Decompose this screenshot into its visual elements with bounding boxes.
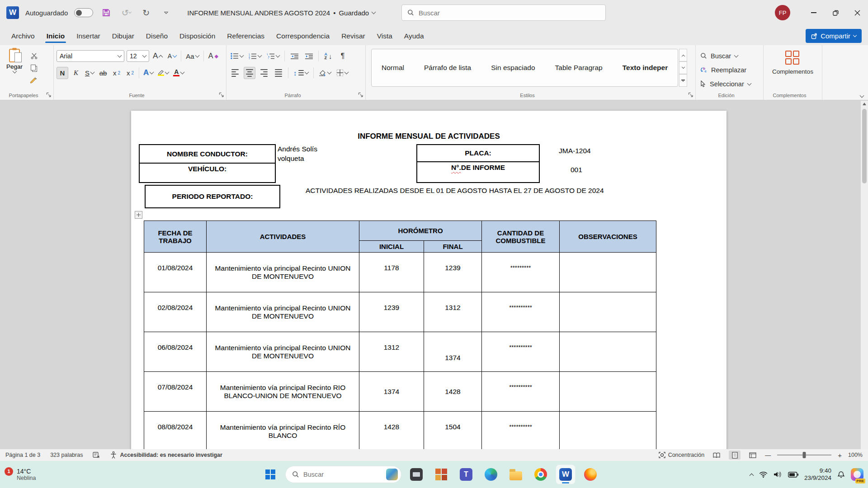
zoom-slider[interactable] bbox=[777, 455, 831, 455]
conductor-vehiculo-table[interactable]: NOMBRE CONDUCTOR: VEHÍCULO: bbox=[139, 144, 276, 183]
taskbar-file-explorer[interactable] bbox=[506, 465, 526, 484]
taskbar-search-input[interactable] bbox=[303, 471, 371, 478]
collapse-ribbon-button[interactable] bbox=[860, 94, 864, 98]
style-sin-espaciado[interactable]: Sin espaciado bbox=[491, 64, 535, 72]
focus-mode-button[interactable]: Concentración bbox=[659, 452, 705, 458]
decrease-indent-button[interactable] bbox=[288, 50, 300, 62]
proofing-errors-icon[interactable] bbox=[93, 451, 100, 459]
show-marks-button[interactable]: ¶ bbox=[337, 50, 349, 62]
customize-toolbar-icon[interactable] bbox=[159, 6, 173, 19]
document-title[interactable]: INFORME MENSUAL ANDRES AGOSTO 2024 • Gua… bbox=[187, 9, 375, 17]
taskbar-firefox[interactable] bbox=[580, 465, 600, 484]
zoom-level[interactable]: 100% bbox=[848, 452, 863, 458]
tab-archivo[interactable]: Archivo bbox=[5, 28, 41, 45]
style-parrafo-de-lista[interactable]: Párrafo de lista bbox=[424, 64, 471, 72]
grow-font-button[interactable]: A bbox=[151, 50, 164, 62]
clear-formatting-button[interactable]: A◆ bbox=[207, 50, 220, 62]
styles-scroll-down[interactable] bbox=[679, 61, 687, 74]
multilevel-list-button[interactable]: 1ai bbox=[265, 50, 281, 62]
wifi-icon[interactable] bbox=[759, 471, 768, 478]
close-button[interactable] bbox=[846, 0, 868, 25]
taskbar-grid-app[interactable] bbox=[431, 465, 451, 484]
underline-button[interactable]: S bbox=[84, 67, 95, 79]
vertical-scrollbar[interactable] bbox=[861, 101, 868, 449]
style-texto-independiente[interactable]: Texto indeper bbox=[623, 64, 668, 72]
taskbar-search[interactable] bbox=[285, 466, 401, 483]
paste-button[interactable]: Pegar bbox=[3, 49, 26, 87]
styles-more-button[interactable] bbox=[679, 74, 687, 87]
document-canvas[interactable]: INFORME MENSUAL DE ACTIVIDADES NOMBRE CO… bbox=[0, 101, 868, 449]
tray-expand-icon[interactable] bbox=[749, 473, 754, 478]
start-button[interactable] bbox=[260, 465, 280, 484]
search-box[interactable] bbox=[401, 5, 606, 21]
table-row[interactable]: 07/08/2024 Mantenimiento vía principal R… bbox=[144, 372, 656, 412]
scrollbar-thumb[interactable] bbox=[862, 109, 867, 183]
table-row[interactable]: 08/08/2024 Mantenimiento vía principal R… bbox=[144, 412, 656, 450]
line-spacing-button[interactable]: ↕ bbox=[292, 67, 310, 79]
tab-ayuda[interactable]: Ayuda bbox=[398, 28, 430, 45]
bold-button[interactable]: N bbox=[57, 67, 68, 79]
align-center-button[interactable] bbox=[244, 67, 255, 79]
change-case-button[interactable]: Aa bbox=[184, 50, 200, 62]
period-label-box[interactable]: PERIODO REPORTADO: bbox=[145, 185, 280, 208]
copy-button[interactable] bbox=[28, 62, 40, 74]
subscript-button[interactable]: x2 bbox=[111, 67, 123, 79]
zoom-out-button[interactable]: — bbox=[765, 452, 771, 459]
styles-scroll-up[interactable] bbox=[679, 49, 687, 61]
tab-vista[interactable]: Vista bbox=[371, 28, 398, 45]
volume-icon[interactable] bbox=[774, 471, 782, 478]
borders-button[interactable] bbox=[335, 67, 349, 79]
shrink-font-button[interactable]: A bbox=[166, 50, 178, 62]
tab-inicio[interactable]: Inicio bbox=[41, 28, 71, 45]
paragraph-dialog-launcher[interactable] bbox=[358, 92, 363, 98]
read-mode-button[interactable] bbox=[711, 450, 722, 460]
font-dialog-launcher[interactable] bbox=[219, 92, 224, 98]
taskbar-edge[interactable] bbox=[481, 465, 501, 484]
tab-diseno[interactable]: Diseño bbox=[140, 28, 174, 45]
redo-icon[interactable]: ↻ bbox=[139, 6, 153, 19]
strikethrough-button[interactable]: ab bbox=[97, 67, 109, 79]
table-row[interactable]: 01/08/2024 Mantenimiento vía principal R… bbox=[144, 253, 656, 292]
text-effects-button[interactable]: A bbox=[142, 67, 155, 79]
format-painter-button[interactable] bbox=[28, 74, 40, 86]
cut-button[interactable] bbox=[28, 50, 40, 62]
tab-correspondencia[interactable]: Correspondencia bbox=[270, 28, 335, 45]
print-layout-button[interactable] bbox=[729, 450, 741, 460]
sort-button[interactable]: AZ↓ bbox=[322, 50, 334, 62]
styles-dialog-launcher[interactable] bbox=[688, 92, 693, 98]
find-button[interactable]: Buscar bbox=[700, 49, 760, 63]
justify-button[interactable] bbox=[273, 67, 284, 79]
search-highlight-icon[interactable] bbox=[386, 469, 398, 480]
align-left-button[interactable] bbox=[229, 67, 241, 79]
tab-insertar[interactable]: Insertar bbox=[71, 28, 106, 45]
tab-disposicion[interactable]: Disposición bbox=[174, 28, 221, 45]
style-table-paragraph[interactable]: Table Paragrap bbox=[555, 64, 603, 72]
table-row[interactable]: 02/08/2024 Mantenimiento vía principal R… bbox=[144, 292, 656, 332]
word-count[interactable]: 323 palabras bbox=[50, 452, 83, 458]
shading-button[interactable] bbox=[317, 67, 332, 79]
save-icon[interactable] bbox=[99, 6, 113, 19]
zoom-in-button[interactable]: + bbox=[838, 451, 842, 459]
notification-bell-icon[interactable] bbox=[837, 471, 845, 479]
addins-button[interactable]: Complementos bbox=[766, 49, 819, 75]
table-row[interactable]: 06/08/2024 Mantenimiento vía principal R… bbox=[144, 332, 656, 372]
increase-indent-button[interactable] bbox=[303, 50, 315, 62]
clock[interactable]: 9:40 23/9/2024 bbox=[804, 467, 831, 482]
italic-button[interactable]: K bbox=[70, 67, 82, 79]
clipboard-dialog-launcher[interactable] bbox=[46, 92, 52, 98]
highlight-button[interactable] bbox=[156, 67, 170, 79]
numbering-button[interactable]: 123 bbox=[247, 50, 263, 62]
taskbar-dark-app[interactable] bbox=[406, 465, 426, 484]
scroll-up-arrow[interactable] bbox=[863, 103, 866, 105]
activities-table[interactable]: FECHA DE TRABAJO ACTIVIDADES HORÓMETRO C… bbox=[144, 221, 656, 449]
weather-widget[interactable]: 1 14°C Neblina bbox=[5, 468, 36, 481]
replace-button[interactable]: bc Reemplazar bbox=[700, 63, 760, 77]
web-layout-button[interactable] bbox=[747, 450, 759, 460]
table-move-handle[interactable] bbox=[135, 211, 142, 219]
document-page[interactable]: INFORME MENSUAL DE ACTIVIDADES NOMBRE CO… bbox=[131, 111, 726, 449]
share-button[interactable]: Compartir bbox=[806, 29, 862, 43]
battery-icon[interactable] bbox=[788, 472, 798, 478]
taskbar-chrome[interactable] bbox=[531, 465, 551, 484]
style-normal[interactable]: Normal bbox=[382, 64, 404, 72]
taskbar-teams[interactable]: T bbox=[456, 465, 476, 484]
